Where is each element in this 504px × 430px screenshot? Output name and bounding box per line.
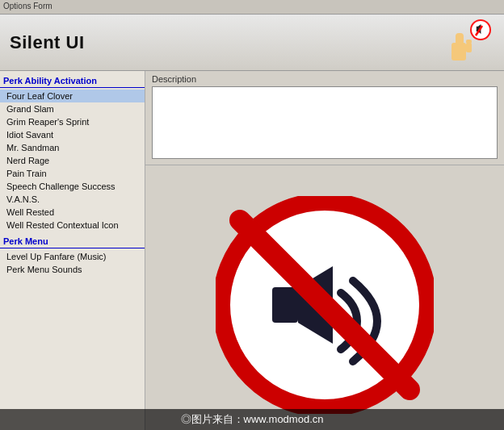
sidebar-item-0-9[interactable]: Well Rested <box>0 206 145 219</box>
sidebar-item-1-1[interactable]: Perk Menu Sounds <box>0 263 145 276</box>
sidebar-item-0-0[interactable]: Four Leaf Clover <box>0 90 145 102</box>
title-icon-area <box>443 19 496 71</box>
sidebar-item-0-10[interactable]: Well Rested Contextual Icon <box>0 219 145 232</box>
sidebar-item-0-5[interactable]: Nerd Rage <box>0 154 145 167</box>
svg-rect-0 <box>452 43 466 61</box>
top-strip-text: Options Form <box>3 2 52 10</box>
description-label: Description <box>152 74 498 84</box>
sidebar-item-0-8[interactable]: V.A.N.S. <box>0 193 145 206</box>
svg-rect-2 <box>466 43 472 52</box>
sidebar-item-1-0[interactable]: Level Up Fanfare (Music) <box>0 250 145 263</box>
sidebar-item-0-7[interactable]: Speech Challenge Success <box>0 180 145 193</box>
top-strip: Options Form <box>0 0 504 15</box>
sidebar-item-0-2[interactable]: Grim Reaper's Sprint <box>0 115 145 128</box>
sidebar-item-0-6[interactable]: Pain Train <box>0 167 145 180</box>
watermark-text: ◎图片来自：www.modmod.cn <box>181 413 324 425</box>
sidebar-item-0-1[interactable]: Grand Slam <box>0 102 145 115</box>
title-no-sound-icon <box>443 19 496 71</box>
description-textarea[interactable] <box>152 86 498 159</box>
no-sound-prohibition-image <box>216 196 434 414</box>
image-area <box>145 165 504 430</box>
content-area: Description <box>145 71 504 430</box>
svg-rect-3 <box>466 40 472 44</box>
description-section: Description <box>145 71 504 165</box>
app-title: Silent UI <box>10 32 85 53</box>
main-container: Perk Ability ActivationFour Leaf CloverG… <box>0 71 504 430</box>
watermark-bar: ◎图片来自：www.modmod.cn <box>0 409 504 430</box>
svg-rect-10 <box>272 287 298 323</box>
title-bar: Silent UI <box>0 15 504 71</box>
sidebar-item-0-3[interactable]: Idiot Savant <box>0 128 145 141</box>
sidebar-section-header-1: Perk Menu <box>0 232 145 248</box>
sidebar: Perk Ability ActivationFour Leaf CloverG… <box>0 71 145 430</box>
svg-rect-1 <box>456 33 464 45</box>
sidebar-section-header-0: Perk Ability Activation <box>0 71 145 88</box>
sidebar-item-0-4[interactable]: Mr. Sandman <box>0 141 145 154</box>
